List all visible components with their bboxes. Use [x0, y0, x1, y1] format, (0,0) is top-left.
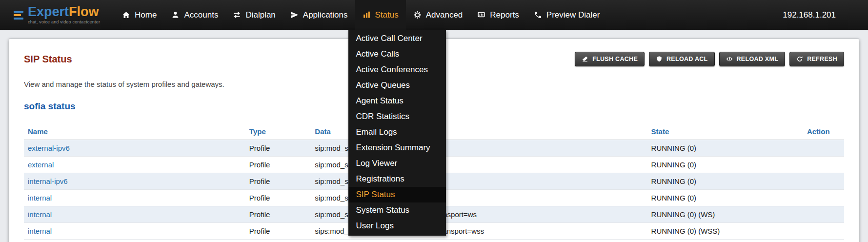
- column-header-action: Action: [803, 123, 844, 140]
- nav-item-label: Dialplan: [245, 10, 275, 20]
- toolbar: FLUSH CACHE RELOAD ACL RELOAD XML REFRES…: [575, 52, 844, 66]
- state-cell: RUNNING (0): [647, 190, 803, 206]
- menu-item-active-queues[interactable]: Active Queues: [348, 78, 446, 93]
- action-cell: [803, 190, 844, 206]
- menu-item-active-conferences[interactable]: Active Conferences: [348, 62, 446, 78]
- code-icon: [726, 56, 733, 62]
- page-title: SIP Status: [24, 54, 72, 65]
- column-header-type: Type: [245, 123, 311, 140]
- nav-item-label: Reports: [490, 10, 519, 20]
- type-cell: Profile: [245, 206, 311, 223]
- nav-item-accounts[interactable]: Accounts: [164, 0, 225, 30]
- brand-name: ExpertFlow: [28, 5, 100, 19]
- nav-item-label: Advanced: [426, 10, 463, 20]
- nav-item-label: Home: [135, 10, 157, 20]
- type-cell: Profile: [245, 223, 311, 240]
- nav-item-reports[interactable]: Reports: [470, 0, 526, 30]
- nav-item-label: Status: [375, 10, 399, 20]
- column-header-state: State: [647, 123, 803, 140]
- name-cell: external-ipv6: [24, 140, 245, 157]
- state-cell: RUNNING (0): [647, 173, 803, 190]
- type-cell: Profile: [245, 140, 311, 157]
- refresh-icon: [796, 56, 803, 62]
- shield-icon: [656, 56, 663, 62]
- name-cell: internal: [24, 206, 245, 223]
- nav-item-home[interactable]: Home: [115, 0, 164, 30]
- flush-cache-icon: [582, 56, 588, 62]
- profile-link[interactable]: internal: [28, 194, 52, 202]
- menu-item-extension-summary[interactable]: Extension Summary: [348, 140, 446, 156]
- report-board-icon: [477, 11, 485, 19]
- profile-link[interactable]: internal: [28, 210, 52, 219]
- nav-item-label: Preview Dialer: [546, 10, 600, 20]
- nav-item-dialplan[interactable]: Dialplan: [225, 0, 283, 30]
- state-cell: RUNNING (0): [647, 157, 803, 173]
- paper-plane-icon: [290, 11, 299, 19]
- server-ip: 192.168.1.201: [783, 10, 854, 20]
- person-icon: [171, 11, 180, 19]
- status-dropdown: Active Call Center Active Calls Active C…: [348, 30, 446, 236]
- menu-item-active-calls[interactable]: Active Calls: [348, 46, 446, 62]
- menu-item-sip-status[interactable]: SIP Status: [348, 187, 446, 202]
- name-cell: internal: [24, 223, 245, 240]
- type-cell: Profile: [245, 190, 311, 206]
- nav-item-applications[interactable]: Applications: [283, 0, 355, 30]
- type-cell: Profile: [245, 157, 311, 173]
- nav-item-label: Applications: [303, 10, 348, 20]
- menu-item-log-viewer[interactable]: Log Viewer: [348, 156, 446, 171]
- main-nav: Home Accounts Dialplan Applications Stat…: [115, 0, 607, 30]
- nav-item-advanced[interactable]: Advanced: [406, 0, 470, 30]
- menu-item-active-call-center[interactable]: Active Call Center: [348, 31, 446, 46]
- menu-item-user-logs[interactable]: User Logs: [348, 218, 446, 234]
- brand-logo[interactable]: ExpertFlow chat, voice and video contact…: [14, 5, 100, 24]
- menu-item-email-logs[interactable]: Email Logs: [348, 124, 446, 140]
- top-navbar: ExpertFlow chat, voice and video contact…: [0, 0, 868, 30]
- action-cell: [803, 140, 844, 157]
- refresh-button[interactable]: REFRESH: [789, 52, 844, 66]
- type-cell: Profile: [245, 173, 311, 190]
- action-cell: [803, 157, 844, 173]
- action-cell: [803, 223, 844, 240]
- swap-arrows-icon: [233, 11, 241, 19]
- menu-item-system-status[interactable]: System Status: [348, 202, 446, 218]
- brand-icon: [14, 11, 23, 20]
- reload-acl-button[interactable]: RELOAD ACL: [649, 52, 714, 66]
- state-cell: RUNNING (0) (WS): [647, 206, 803, 223]
- bar-chart-icon: [363, 11, 371, 19]
- profile-link[interactable]: external-ipv6: [28, 144, 70, 152]
- state-cell: RUNNING (0): [647, 140, 803, 157]
- menu-item-cdr-statistics[interactable]: CDR Statistics: [348, 109, 446, 124]
- state-cell: RUNNING (0) (WSS): [647, 223, 803, 240]
- name-cell: external: [24, 157, 245, 173]
- name-cell: internal: [24, 190, 245, 206]
- gear-icon: [413, 11, 422, 19]
- action-cell: [803, 173, 844, 190]
- nav-item-status[interactable]: Status Active Call Center Active Calls A…: [355, 0, 406, 30]
- action-cell: [803, 206, 844, 223]
- flush-cache-button[interactable]: FLUSH CACHE: [575, 52, 645, 66]
- brand-tagline: chat, voice and video contactcenter: [28, 20, 100, 24]
- name-cell: internal-ipv6: [24, 173, 245, 190]
- nav-item-label: Accounts: [184, 10, 218, 20]
- column-header-name: Name: [24, 123, 245, 140]
- phone-icon: [534, 11, 542, 19]
- profile-link[interactable]: internal-ipv6: [28, 177, 68, 185]
- nav-item-preview-dialer[interactable]: Preview Dialer: [526, 0, 607, 30]
- home-icon: [122, 11, 130, 19]
- profile-link[interactable]: external: [28, 161, 54, 169]
- profile-link[interactable]: internal: [28, 227, 52, 235]
- menu-item-agent-status[interactable]: Agent Status: [348, 93, 446, 109]
- menu-item-registrations[interactable]: Registrations: [348, 171, 446, 187]
- reload-xml-button[interactable]: RELOAD XML: [719, 52, 786, 66]
